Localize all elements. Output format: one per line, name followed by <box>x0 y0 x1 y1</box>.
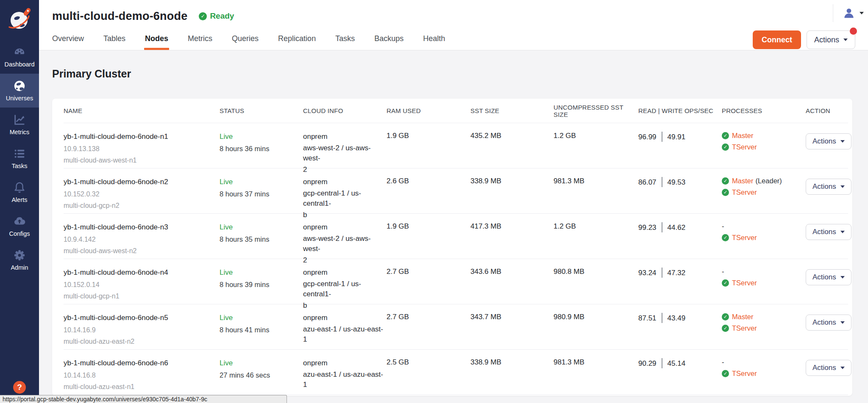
node-name-link[interactable]: yb-1-multi-cloud-demo-6node-n4 <box>64 268 220 278</box>
node-name-link[interactable]: yb-1-multi-cloud-demo-6node-n3 <box>64 222 220 232</box>
name-cell: yb-1-multi-cloud-demo-6node-n4 10.152.0.… <box>64 268 220 312</box>
tserver-process-link[interactable]: TServer <box>732 143 757 151</box>
master-process-link[interactable]: Master <box>732 313 753 321</box>
column-header-ram-used[interactable]: RAM USED <box>387 107 470 114</box>
sst-size-cell: 338.9 MB <box>470 358 554 395</box>
write-ops-value: 44.62 <box>668 224 686 232</box>
ram-used-cell: 2.7 GB <box>387 268 470 312</box>
chevron-down-icon <box>840 321 845 324</box>
line-chart-icon <box>13 113 26 126</box>
master-process-link[interactable]: - <box>722 268 724 276</box>
header-actions-button[interactable]: Actions <box>807 30 855 49</box>
read-write-ops-cell: 99.2344.62 <box>638 222 722 267</box>
node-status: Live <box>220 132 303 142</box>
node-ip: 10.14.16.9 <box>64 324 220 336</box>
node-uptime: 27 mins 46 secs <box>220 370 303 381</box>
tserver-process-link[interactable]: TServer <box>732 324 757 332</box>
sidebar-item-admin[interactable]: Admin <box>0 243 39 277</box>
master-process-link[interactable]: Master <box>732 132 753 140</box>
status-badge: ✓ Ready <box>199 11 234 21</box>
check-circle-icon: ✓ <box>722 234 729 241</box>
column-header-name[interactable]: NAME <box>64 107 220 114</box>
status-cell: Live 8 hours 35 mins <box>220 222 303 267</box>
name-cell: yb-1-multi-cloud-demo-6node-n6 10.14.16.… <box>64 358 220 395</box>
table-header-row: NAME STATUS CLOUD INFO RAM USED SST SIZE… <box>64 99 848 123</box>
tab-health[interactable]: Health <box>423 34 445 50</box>
tserver-process-link[interactable]: TServer <box>732 279 757 287</box>
node-name-link[interactable]: yb-1-multi-cloud-demo-6node-n1 <box>64 132 220 142</box>
row-actions-button[interactable]: Actions <box>806 269 851 285</box>
processes-cell: ✓ Master ✓ TServer <box>722 313 806 349</box>
column-header-read-write-ops[interactable]: READ | WRITE OPS/SEC <box>638 107 722 114</box>
yugabyte-logo[interactable] <box>0 0 39 39</box>
uncompressed-sst-cell: 980.9 MB <box>554 313 638 349</box>
universe-header: multi-cloud-demo-6node ✓ Ready Overview … <box>39 0 868 50</box>
column-header-uncompressed-sst-size[interactable]: UNCOMPRESSED SST SIZE <box>554 104 638 118</box>
tab-replication[interactable]: Replication <box>278 34 316 50</box>
sidebar: Dashboard Universes Metrics Tasks <box>0 0 39 403</box>
planet-rocket-logo-icon <box>5 5 34 34</box>
node-name-link[interactable]: yb-1-multi-cloud-demo-6node-n5 <box>64 313 220 323</box>
tserver-process-line: ✓ TServer <box>722 143 806 151</box>
column-header-processes[interactable]: PROCESSES <box>722 107 806 114</box>
header-divider <box>833 4 833 22</box>
row-actions-button[interactable]: Actions <box>806 315 851 331</box>
master-process-line: ✓ Master (Leader) <box>722 177 806 185</box>
row-actions-label: Actions <box>812 273 836 282</box>
row-actions-button[interactable]: Actions <box>806 179 851 195</box>
tserver-process-link[interactable]: TServer <box>732 370 757 378</box>
user-menu[interactable] <box>833 4 864 22</box>
action-cell: Actions <box>806 313 851 349</box>
master-process-link[interactable]: - <box>722 222 724 230</box>
node-name-link[interactable]: yb-1-multi-cloud-demo-6node-n2 <box>64 177 220 187</box>
check-circle-icon: ✓ <box>722 177 729 185</box>
column-header-cloud-info[interactable]: CLOUD INFO <box>303 107 387 114</box>
connect-button[interactable]: Connect <box>753 30 801 49</box>
sidebar-item-tasks[interactable]: Tasks <box>0 141 39 175</box>
column-header-status[interactable]: STATUS <box>220 107 303 114</box>
master-process-link[interactable]: - <box>722 358 724 366</box>
node-alias: multi-cloud-gcp-n1 <box>64 290 220 302</box>
tab-metrics[interactable]: Metrics <box>188 34 212 50</box>
node-name-link[interactable]: yb-1-multi-cloud-demo-6node-n6 <box>64 358 220 368</box>
sidebar-item-universes[interactable]: Universes <box>0 74 39 108</box>
ops-separator <box>662 313 662 323</box>
tab-tables[interactable]: Tables <box>103 34 125 50</box>
tab-overview[interactable]: Overview <box>52 34 84 50</box>
write-ops-value: 45.14 <box>668 359 686 367</box>
master-process-line: ✓ - <box>722 358 806 366</box>
node-alias: multi-cloud-aws-west-n2 <box>64 245 220 257</box>
node-uptime: 8 hours 35 mins <box>220 234 303 245</box>
tab-nodes[interactable]: Nodes <box>145 34 168 50</box>
column-header-sst-size[interactable]: SST SIZE <box>470 107 554 114</box>
action-cell: Actions <box>806 358 851 395</box>
tab-backups[interactable]: Backups <box>374 34 403 50</box>
row-actions-button[interactable]: Actions <box>806 133 851 149</box>
column-header-action[interactable]: ACTION <box>806 107 848 114</box>
sidebar-item-configs[interactable]: Configs <box>0 209 39 243</box>
node-uptime: 8 hours 36 mins <box>220 143 303 155</box>
processes-cell: ✓ Master ✓ TServer <box>722 132 806 176</box>
row-actions-button[interactable]: Actions <box>806 360 851 376</box>
tserver-process-link[interactable]: TServer <box>732 188 757 196</box>
check-circle-icon: ✓ <box>199 12 207 20</box>
node-uptime: 8 hours 37 mins <box>220 188 303 200</box>
uncompressed-sst-cell: 980.8 MB <box>554 268 638 312</box>
tserver-process-link[interactable]: TServer <box>732 234 757 242</box>
tab-queries[interactable]: Queries <box>232 34 259 50</box>
section-title: Primary Cluster <box>52 68 868 80</box>
cloud-info-line: gcp-central-1 / us-central1- <box>303 188 387 209</box>
sidebar-item-metrics[interactable]: Metrics <box>0 108 39 141</box>
sidebar-nav: Dashboard Universes Metrics Tasks <box>0 40 39 277</box>
status-badge-label: Ready <box>210 11 234 21</box>
row-actions-button[interactable]: Actions <box>806 224 851 240</box>
sidebar-item-label: Admin <box>11 264 28 271</box>
tab-tasks[interactable]: Tasks <box>335 34 355 50</box>
help-button[interactable]: ? <box>13 381 26 394</box>
master-process-link[interactable]: Master <box>732 177 753 185</box>
node-ip: 10.9.13.138 <box>64 143 220 155</box>
read-ops-value: 96.99 <box>638 133 657 141</box>
sidebar-item-alerts[interactable]: Alerts <box>0 175 39 209</box>
sidebar-item-dashboard[interactable]: Dashboard <box>0 40 39 74</box>
node-ip: 10.152.0.14 <box>64 279 220 290</box>
